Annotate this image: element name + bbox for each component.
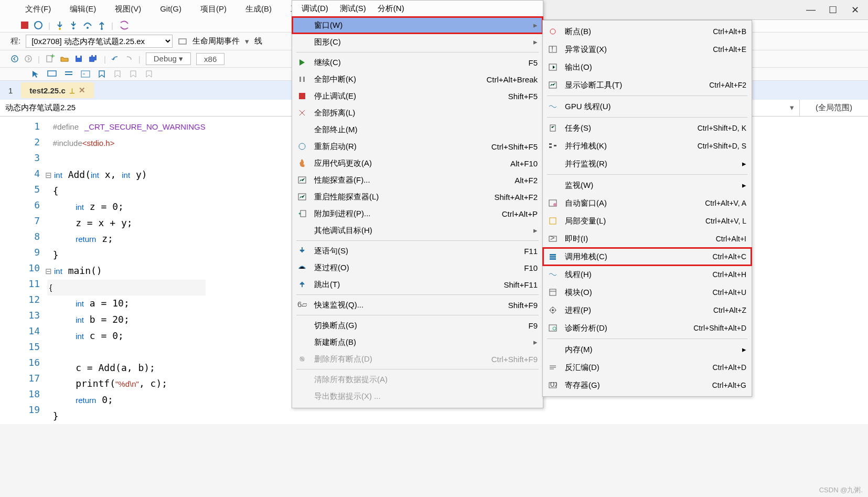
menu-analyze[interactable]: 分析(N) [378,4,404,14]
maximize-icon[interactable]: ☐ [825,4,841,16]
hot-reload-icon[interactable] [119,20,131,30]
menu-item-9[interactable]: 应用代码更改(A)Alt+F10 [292,155,543,172]
scope-global[interactable]: (全局范围) [800,100,868,116]
menu-item-15[interactable]: 逐语句(S)F11 [292,242,543,259]
menu-item-1[interactable]: 图形(C)▸ [292,34,543,50]
svg-rect-21 [299,93,305,99]
close-window-icon[interactable]: ✕ [847,4,863,16]
config-select[interactable]: Debug ▾ [146,52,191,65]
menu-debug[interactable]: 调试(D) [302,4,328,14]
menu-project[interactable]: 项目(P) [196,2,231,16]
redo-icon[interactable] [125,55,133,63]
menu-item-23[interactable]: 0X寄存器(G)Ctrl+Alt+G [543,376,752,394]
menu-item-1[interactable]: !异常设置(X)Ctrl+Alt+E [543,40,752,58]
back-icon[interactable] [10,55,19,63]
step-into-icon[interactable] [69,20,78,30]
menu-item-23[interactable]: 删除所有断点(D)Ctrl+Shift+F9 [292,351,543,367]
stop-icon[interactable] [21,22,28,29]
menu-item-21[interactable]: 内存(M)▸ [543,341,752,358]
uncomment-icon[interactable] [64,70,73,78]
menu-item-16[interactable]: 逐过程(O)F10 [292,259,543,276]
indent-icon[interactable] [81,70,90,78]
shortcut-label: Shift+F5 [508,92,538,101]
menu-item-8[interactable]: 重新启动(R)Ctrl+Shift+F5 [292,138,543,155]
menu-item-0[interactable]: 窗口(W)▸ [292,17,543,34]
menu-item-19[interactable]: 6▱快速监视(Q)...Shift+F9 [292,297,543,313]
new-item-icon[interactable]: + [45,54,55,64]
save-all-icon[interactable] [88,55,99,63]
lifecycle-label[interactable]: 生命周期事件 [192,36,240,46]
menu-item-3[interactable]: 显示诊断工具(T)Ctrl+Alt+F2 [543,76,752,94]
code-body[interactable]: #define _CRT_SECURE_NO_WARNINGS #include… [47,117,206,424]
menu-item-17[interactable]: 模块(O)Ctrl+Alt+U [543,283,752,301]
tab-active[interactable]: test2.25.c ⟂ ✕ [21,82,93,98]
menu-item-25[interactable]: 清除所有数据提示(A) [292,371,543,388]
menu-build[interactable]: 生成(B) [241,2,276,16]
open-icon[interactable] [60,54,69,64]
menu-item-26[interactable]: 导出数据提示(X) ... [292,388,543,405]
menu-test[interactable]: 测试(S) [340,4,366,14]
pin-icon[interactable]: ⟂ [70,86,74,95]
thread-label: 线 [254,36,262,46]
prev-bookmark-icon[interactable] [113,70,122,78]
pointer-icon[interactable] [31,70,40,78]
menu-item-4[interactable]: 全部中断(K)Ctrl+Alt+Break [292,71,543,88]
shortcut-label: F9 [528,321,538,330]
menu-view[interactable]: 视图(V) [111,2,145,16]
menu-item-12[interactable]: 自动窗口(A)Ctrl+Alt+V, A [543,194,752,212]
menu-git[interactable]: Git(G) [156,2,186,16]
svg-rect-45 [550,254,556,256]
menu-item-19[interactable]: 诊断分析(D)Ctrl+Shift+Alt+D [543,319,752,337]
close-icon[interactable]: ✕ [79,86,85,95]
menu-item-8[interactable]: 并行堆栈(K)Ctrl+Shift+D, S [543,137,752,155]
menu-item-label: 诊断分析(D) [565,323,687,333]
menu-item-7[interactable]: 全部终止(M) [292,121,543,138]
menu-item-15[interactable]: 调用堆栈(C)Ctrl+Alt+C [543,248,752,266]
menu-item-13[interactable]: 其他调试目标(H)▸ [292,222,543,239]
menu-item-14[interactable]: >即时(I)Ctrl+Alt+I [543,230,752,248]
tab-inactive[interactable]: 1 [0,83,21,98]
submenu-arrow-icon: ▸ [742,345,746,354]
menu-item-13[interactable]: 局部变量(L)Ctrl+Alt+V, L [543,212,752,230]
shortcut-label: Alt+F10 [510,159,538,168]
menu-item-6[interactable]: 全部拆离(L) [292,104,543,121]
restart-icon[interactable] [34,20,43,30]
menu-item-10[interactable]: 性能探查器(F)...Alt+F2 [292,172,543,188]
menu-item-11[interactable]: 重启性能探查器(L)Shift+Alt+F2 [292,188,543,205]
menu-item-label: 停止调试(E) [314,91,502,101]
save-icon[interactable] [74,55,83,63]
menu-item-22[interactable]: 新建断点(B)▸ [292,334,543,351]
menu-item-2[interactable]: 输出(O) [543,58,752,76]
clear-bookmark-icon[interactable] [145,70,153,78]
menu-item-17[interactable]: 跳出(T)Shift+F11 [292,276,543,293]
svg-text:!: ! [551,46,553,53]
step-over-icon[interactable] [83,20,92,30]
platform-select[interactable]: x86 [196,53,224,65]
menu-item-7[interactable]: 任务(S)Ctrl+Shift+D, K [543,119,752,137]
menu-item-12[interactable]: 附加到进程(P)...Ctrl+Alt+P [292,205,543,222]
menu-item-11[interactable]: 监视(W)▸ [543,176,752,194]
undo-icon[interactable] [111,55,120,63]
menu-edit[interactable]: 编辑(E) [66,2,100,16]
forward-icon[interactable] [24,55,33,63]
next-bookmark-icon[interactable] [129,70,137,78]
menu-item-16[interactable]: 线程(H)Ctrl+Alt+H [543,266,752,283]
step-out-icon[interactable] [98,20,106,30]
menu-item-3[interactable]: 继续(C)F5 [292,54,543,71]
lifecycle-icon[interactable] [178,37,187,46]
menu-item-5[interactable]: 停止调试(E)Shift+F5 [292,88,543,104]
menu-item-22[interactable]: 反汇编(D)Ctrl+Alt+D [543,358,752,376]
submenu-arrow-icon: ▸ [533,337,538,347]
show-next-statement-icon[interactable] [56,20,64,30]
svg-rect-18 [81,71,90,77]
minimize-icon[interactable]: — [803,4,819,15]
menu-item-0[interactable]: 断点(B)Ctrl+Alt+B [543,23,752,40]
menu-item-18[interactable]: 进程(P)Ctrl+Alt+Z [543,301,752,319]
menu-item-9[interactable]: 并行监视(R)▸ [543,155,752,173]
comment-icon[interactable] [47,70,57,78]
menu-file[interactable]: 文件(F) [21,2,55,16]
menu-item-5[interactable]: GPU 线程(U) [543,98,752,115]
process-select[interactable]: [0x2708] 动态内存笔试题2.25.ex [26,35,173,48]
bookmark-icon[interactable] [98,70,106,78]
menu-item-21[interactable]: 切换断点(G)F9 [292,317,543,334]
